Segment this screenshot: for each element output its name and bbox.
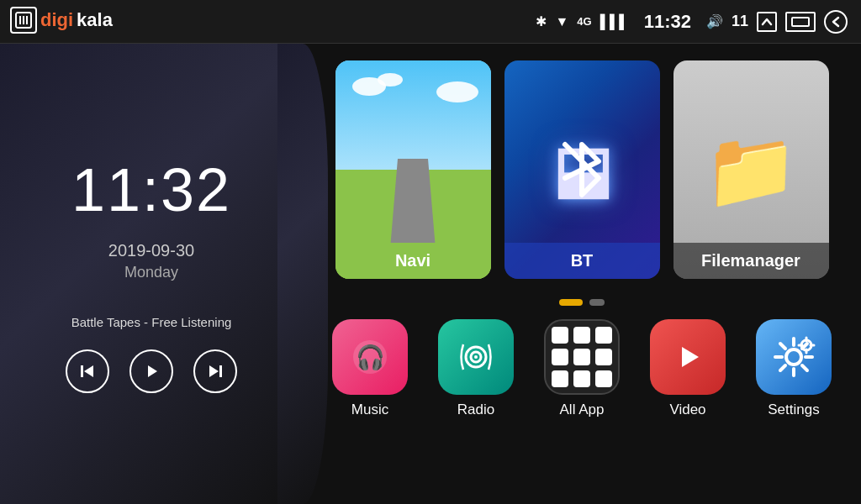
svg-rect-0 [792,18,809,26]
logo-box [10,7,37,34]
app-grid-top: Navi ⬓ BT 📁 Filemanager [320,60,844,279]
navi-tile[interactable]: Navi [335,60,491,279]
g9 [595,370,612,387]
g1 [552,327,568,344]
next-button[interactable] [193,349,237,393]
bt-label: BT [504,243,660,279]
page-dot-2[interactable] [589,299,605,306]
svg-marker-9 [209,365,219,377]
g4 [552,349,568,365]
page-dot-1[interactable] [559,299,583,306]
settings-gear-svg [771,334,817,381]
bars-status-icon: ▌▌▌ [600,14,629,29]
day-display: Monday [124,264,178,281]
bt-symbol-svg [552,132,611,207]
logo-prefix: digi [40,9,73,31]
video-label: Video [669,402,705,418]
cloud-3 [436,81,478,102]
filemanager-tile[interactable]: 📁 Filemanager [673,60,829,279]
svg-rect-5 [81,365,83,377]
g8 [573,370,590,387]
volume-level: 11 [732,13,748,30]
g5 [573,349,590,365]
folder-icon: 📁 [704,126,798,214]
music-svg: 🎧 [349,336,391,378]
radio-label: Radio [457,402,494,418]
play-button[interactable] [129,349,173,393]
navi-label: Navi [335,243,491,279]
video-icon [650,319,726,395]
svg-point-16 [786,349,801,365]
media-controls [66,349,237,393]
svg-line-22 [802,365,807,370]
svg-line-24 [780,365,785,370]
svg-marker-7 [148,365,157,377]
bt-tile[interactable]: ⬓ BT [504,60,660,279]
music-app[interactable]: 🎧 Music [324,319,416,418]
logo: digikala [10,7,113,34]
date-display: 2019-09-30 [108,241,194,260]
music-label: Music [351,402,388,418]
svg-line-21 [780,344,785,349]
wifi-status-icon: ▼ [555,14,568,29]
volume-icon: 🔊 [706,13,723,29]
music-icon: 🎧 [332,319,408,395]
right-panel: Navi ⬓ BT 📁 Filemanager [286,44,861,504]
g6 [595,349,612,365]
radio-app[interactable]: Radio [430,319,522,418]
signal-status-icon: 4G [577,15,591,28]
allapp-grid [543,318,621,396]
window-icon [785,12,816,32]
logo-suffix: kala [77,9,113,31]
page-dots [559,299,605,306]
app-grid-bottom: 🎧 Music Radio [320,319,844,418]
song-title: Battle Tapes - Free Listening [71,315,232,329]
allapp-icon [544,319,620,395]
prev-button[interactable] [66,349,109,393]
bluetooth-status-icon: ✱ [536,13,547,29]
clock-display: 11:32 [71,155,231,224]
svg-text:🎧: 🎧 [356,344,385,371]
up-icon [757,12,777,32]
video-svg [667,336,709,378]
allapp-label: All App [560,402,605,418]
radio-svg [455,336,497,378]
g2 [573,327,590,344]
filemanager-label: Filemanager [673,243,829,279]
settings-label: Settings [768,402,819,418]
settings-app[interactable]: Settings [747,319,840,418]
svg-marker-6 [84,365,93,377]
logo-symbol [14,11,33,29]
g7 [552,370,568,387]
svg-point-14 [474,355,478,359]
svg-marker-15 [682,347,699,367]
status-time: 11:32 [644,11,691,33]
cloud-2 [378,73,403,87]
status-bar: ✱ ▼ 4G ▌▌▌ 11:32 🔊 11 [0,0,861,44]
radio-icon [438,319,514,395]
g3 [595,327,612,344]
allapp-app[interactable]: All App [536,319,628,418]
left-panel: 11:32 2019-09-30 Monday Battle Tapes - F… [0,44,303,504]
svg-rect-8 [219,365,222,377]
settings-icon [756,319,832,395]
back-icon[interactable] [824,10,848,34]
video-app[interactable]: Video [642,319,734,418]
